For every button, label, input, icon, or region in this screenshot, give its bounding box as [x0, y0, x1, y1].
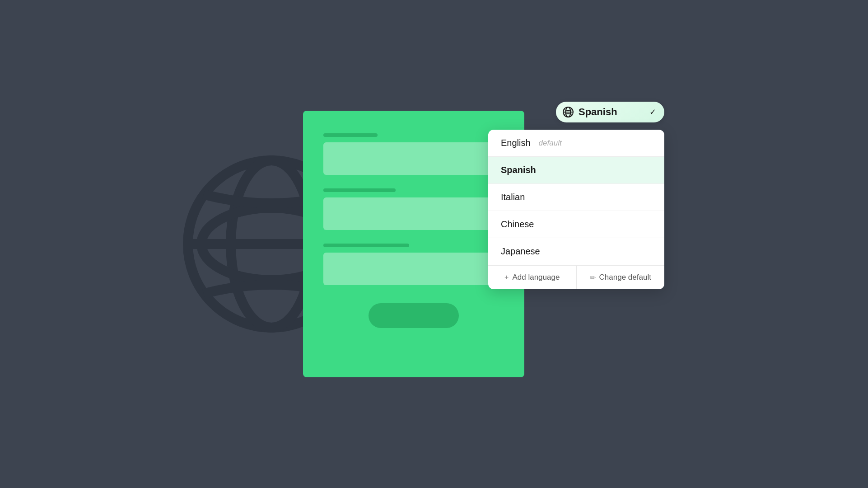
main-scene: Spanish ✓ English default Spanish Italia… [231, 86, 637, 402]
pencil-icon: ✏ [590, 273, 596, 282]
form-input-1[interactable] [323, 142, 504, 175]
dropdown-footer: + Add language ✏ Change default [488, 265, 664, 289]
dropdown-item-chinese[interactable]: Chinese [488, 211, 664, 238]
add-language-label: Add language [512, 273, 560, 282]
english-label: English [501, 138, 531, 148]
form-label-3 [323, 244, 409, 247]
dropdown-item-italian[interactable]: Italian [488, 184, 664, 211]
change-default-button[interactable]: ✏ Change default [577, 266, 665, 289]
japanese-label: Japanese [501, 246, 540, 257]
dropdown-item-english[interactable]: English default [488, 130, 664, 157]
form-label-2 [323, 188, 396, 192]
language-dropdown: English default Spanish Italian Chinese … [488, 130, 664, 289]
globe-small-icon [562, 106, 574, 118]
form-label-1 [323, 133, 378, 137]
change-default-label: Change default [599, 273, 651, 282]
spanish-label: Spanish [501, 165, 536, 175]
plus-icon: + [504, 273, 509, 282]
chevron-down-icon: ✓ [649, 107, 656, 117]
italian-label: Italian [501, 192, 525, 202]
chinese-label: Chinese [501, 219, 534, 230]
form-submit-button[interactable] [369, 303, 459, 328]
form-input-3[interactable] [323, 253, 504, 285]
selected-language-label: Spanish [579, 106, 645, 118]
form-input-2[interactable] [323, 197, 504, 230]
language-selector-trigger[interactable]: Spanish ✓ [556, 102, 664, 122]
default-badge: default [539, 139, 562, 148]
form-card: Spanish ✓ English default Spanish Italia… [303, 111, 524, 377]
dropdown-item-spanish[interactable]: Spanish [488, 157, 664, 184]
dropdown-item-japanese[interactable]: Japanese [488, 238, 664, 265]
add-language-button[interactable]: + Add language [488, 266, 577, 289]
